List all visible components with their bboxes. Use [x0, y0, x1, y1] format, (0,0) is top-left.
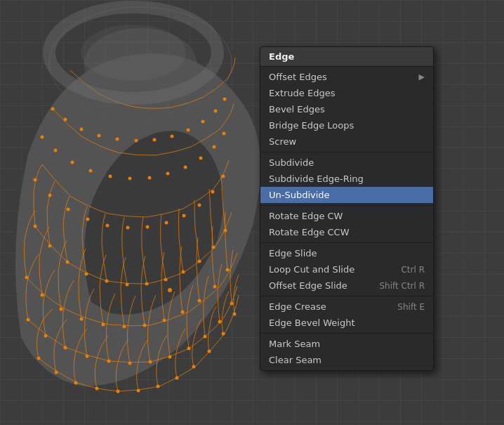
svg-point-30 [102, 323, 105, 327]
svg-point-74 [51, 107, 55, 111]
svg-point-70 [184, 166, 187, 169]
svg-point-37 [226, 268, 230, 272]
shortcut-label: Ctrl R [401, 265, 425, 275]
svg-point-6 [117, 390, 120, 393]
svg-point-69 [166, 172, 170, 176]
menu-section-subdivide: Subdivide Subdivide Edge-Ring Un-Subdivi… [260, 152, 433, 206]
svg-point-7 [137, 389, 140, 393]
menu-item-clear-seam[interactable]: Clear Seam [260, 352, 433, 368]
svg-point-65 [89, 169, 93, 173]
svg-point-5 [95, 387, 99, 391]
menu-item-extrude-edges[interactable]: Extrude Edges [260, 85, 433, 101]
menu-item-edge-crease[interactable]: Edge Crease Shift E [260, 299, 433, 315]
menu-item-offset-edges[interactable]: Offset Edges ▶ [260, 69, 433, 85]
submenu-arrow-icon: ▶ [419, 72, 425, 81]
menu-item-label: Bevel Edges [269, 104, 325, 115]
svg-point-2 [37, 357, 41, 360]
svg-point-58 [183, 214, 186, 218]
menu-item-label: Edge Bevel Weight [269, 318, 355, 328]
svg-point-64 [71, 161, 74, 164]
menu-item-label: Un-Subdivide [269, 190, 330, 200]
svg-point-40 [66, 261, 69, 264]
svg-point-13 [233, 313, 237, 316]
svg-point-60 [211, 190, 215, 194]
svg-point-26 [25, 276, 29, 280]
svg-point-86 [168, 288, 172, 292]
svg-point-59 [198, 204, 201, 207]
svg-point-83 [201, 120, 205, 124]
svg-point-43 [126, 283, 129, 287]
menu-item-edge-slide[interactable]: Edge Slide [260, 245, 433, 261]
svg-point-9 [175, 377, 179, 380]
svg-point-44 [145, 282, 149, 286]
svg-point-38 [34, 225, 37, 228]
svg-point-78 [116, 138, 119, 141]
menu-item-subdivide[interactable]: Subdivide [260, 155, 433, 171]
shortcut-label: Shift E [397, 302, 425, 312]
menu-item-subdivide-edge-ring[interactable]: Subdivide Edge-Ring [260, 171, 433, 187]
menu-item-label: Edge Crease [269, 301, 326, 312]
menu-item-label: Subdivide Edge-Ring [269, 174, 364, 184]
menu-item-label: Mark Seam [269, 339, 320, 349]
svg-point-12 [222, 332, 225, 336]
svg-point-50 [34, 178, 37, 182]
svg-point-73 [223, 132, 226, 136]
svg-point-20 [149, 360, 152, 364]
svg-point-14 [27, 318, 30, 322]
svg-point-48 [212, 246, 215, 249]
svg-point-11 [208, 350, 211, 353]
svg-point-81 [171, 135, 174, 138]
svg-point-35 [198, 299, 201, 303]
svg-point-33 [163, 319, 166, 322]
menu-item-mark-seam[interactable]: Mark Seam [260, 336, 433, 352]
menu-item-label: Loop Cut and Slide [269, 264, 354, 275]
svg-point-28 [60, 308, 63, 311]
svg-point-8 [157, 385, 160, 388]
menu-item-label: Rotate Edge CCW [269, 227, 350, 237]
svg-point-51 [48, 194, 52, 197]
svg-point-23 [204, 335, 207, 339]
svg-point-46 [182, 270, 185, 274]
svg-point-25 [230, 302, 234, 306]
context-menu: Edge Offset Edges ▶ Extrude Edges Bevel … [260, 46, 434, 371]
menu-item-bridge-edge-loops[interactable]: Bridge Edge Loops [260, 117, 433, 133]
svg-point-32 [143, 324, 147, 327]
menu-section-crease: Edge Crease Shift E Edge Bevel Weight [260, 296, 433, 334]
svg-point-79 [135, 139, 138, 143]
svg-point-75 [64, 118, 67, 122]
menu-item-label: Bridge Edge Loops [269, 120, 354, 131]
menu-item-offset-edge-slide[interactable]: Offset Edge Slide Shift Ctrl R [260, 277, 433, 294]
menu-item-label: Extrude Edges [269, 88, 335, 98]
svg-point-4 [74, 381, 78, 385]
menu-item-label: Offset Edge Slide [269, 280, 347, 291]
menu-item-label: Screw [269, 136, 296, 147]
menu-item-un-subdivide[interactable]: Un-Subdivide [260, 187, 433, 203]
svg-point-42 [105, 280, 109, 283]
menu-section-extrude: Offset Edges ▶ Extrude Edges Bevel Edges… [260, 67, 433, 152]
svg-point-54 [106, 224, 110, 228]
svg-point-62 [41, 136, 44, 139]
menu-item-loop-cut-and-slide[interactable]: Loop Cut and Slide Ctrl R [260, 261, 433, 277]
menu-item-bevel-edges[interactable]: Bevel Edges [260, 101, 433, 117]
svg-point-41 [85, 273, 88, 276]
svg-point-17 [86, 355, 89, 358]
svg-point-36 [213, 285, 217, 289]
menu-item-label: Rotate Edge CW [269, 211, 343, 221]
svg-point-34 [181, 310, 185, 314]
menu-item-rotate-edge-cw[interactable]: Rotate Edge CW [260, 208, 433, 224]
svg-point-21 [168, 355, 172, 359]
svg-point-16 [64, 346, 67, 350]
menu-item-edge-bevel-weight[interactable]: Edge Bevel Weight [260, 315, 433, 331]
svg-point-85 [223, 98, 227, 101]
svg-point-53 [86, 218, 90, 221]
menu-item-screw[interactable]: Screw [260, 133, 433, 150]
svg-point-39 [48, 244, 52, 248]
svg-point-77 [98, 134, 101, 138]
svg-point-3 [55, 371, 58, 374]
menu-section-seam: Mark Seam Clear Seam [260, 334, 433, 370]
svg-point-55 [126, 226, 130, 230]
svg-point-45 [164, 278, 168, 282]
menu-item-rotate-edge-ccw[interactable]: Rotate Edge CCW [260, 224, 433, 240]
menu-section-slide: Edge Slide Loop Cut and Slide Ctrl R Off… [260, 243, 433, 296]
svg-point-27 [41, 294, 44, 297]
